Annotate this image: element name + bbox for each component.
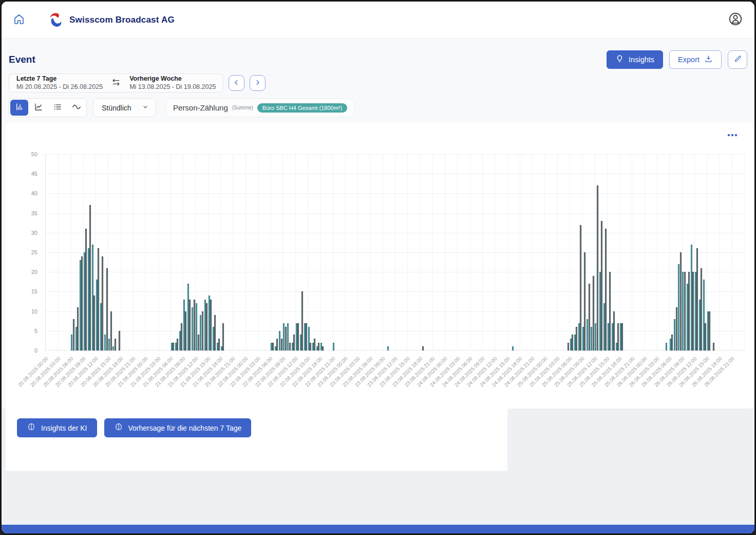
y-axis-label: 20	[31, 269, 37, 275]
bar-previous-week	[314, 339, 315, 350]
metric-box: Person-Zählung (Summe) Büro SBC H4 Gesam…	[165, 98, 355, 117]
bar-previous-week	[705, 323, 706, 350]
y-axis-label: 50	[31, 151, 37, 157]
bar-previous-week	[89, 205, 91, 350]
gridline-vertical	[233, 154, 233, 350]
gridline-vertical	[407, 154, 408, 350]
gridline-vertical	[420, 154, 421, 350]
bar-previous-week	[676, 307, 677, 350]
gridline-vertical	[595, 154, 595, 350]
sensor-badge[interactable]: Büro SBC H4 Gesamt (1800m²)	[257, 103, 347, 113]
bar-previous-week	[173, 343, 174, 350]
gridline-vertical	[570, 154, 570, 350]
swap-arrows-icon	[111, 77, 121, 89]
gridline-vertical	[383, 154, 383, 350]
y-axis-label: 5	[34, 328, 37, 334]
gridline-vertical	[619, 154, 620, 350]
compare-range-label: Vorherige Woche	[129, 75, 216, 83]
gridline-vertical	[445, 154, 445, 350]
chart-type-curve-button[interactable]	[67, 100, 85, 116]
bar-previous-week	[605, 229, 607, 350]
bar-previous-week	[589, 284, 590, 350]
bar-previous-week	[310, 343, 311, 350]
current-range-dates: Mi 20.08.2025 - Di 26.08.2025	[16, 83, 103, 91]
bar-previous-week	[576, 327, 577, 350]
gridline-vertical	[507, 154, 508, 350]
page-title: Event	[9, 54, 35, 65]
bar-previous-week	[115, 339, 116, 350]
ai-insights-button[interactable]: Insights der KI	[17, 418, 97, 437]
bar-previous-week	[597, 186, 598, 350]
app-title: Swisscom Broadcast AG	[69, 15, 175, 25]
bar-previous-week	[106, 268, 108, 350]
forecast-label: Vorhersage für die nächsten 7 Tage	[128, 424, 242, 432]
next-week-button[interactable]	[250, 75, 266, 91]
bar-previous-week	[684, 272, 686, 350]
insights-button[interactable]: Insights	[607, 50, 663, 69]
bar-previous-week	[293, 335, 295, 350]
gridline-vertical	[121, 154, 121, 350]
gridline-vertical	[295, 154, 296, 350]
interval-select[interactable]: Stündlich	[93, 98, 156, 117]
gridline-vertical	[557, 154, 558, 350]
export-button-label: Export	[678, 56, 700, 64]
chart-type-group	[9, 98, 87, 117]
bar-previous-week	[93, 296, 95, 350]
bar-previous-week	[613, 311, 615, 350]
x-axis: 20.08.2025 00:0020.08.2025 03:0020.08.20…	[45, 354, 744, 405]
y-axis-label: 15	[31, 288, 37, 294]
bar-previous-week	[102, 256, 103, 350]
user-icon	[728, 11, 743, 28]
gridline-vertical	[133, 154, 134, 350]
current-range-label: Letzte 7 Tage	[16, 75, 103, 83]
gridline-vertical	[345, 154, 346, 350]
chevron-right-icon	[254, 79, 261, 88]
swisscom-logo-icon	[49, 12, 63, 28]
gridline-vertical	[258, 154, 258, 350]
bar-current-week	[512, 346, 514, 350]
insights-button-label: Insights	[629, 56, 654, 64]
gridline-vertical	[520, 154, 520, 350]
bar-previous-week	[422, 346, 424, 350]
bar-previous-week	[289, 343, 291, 350]
bar-previous-week	[318, 343, 319, 350]
chart-menu-button[interactable]	[726, 132, 739, 138]
gridline-vertical	[495, 154, 495, 350]
gridline-vertical	[220, 154, 221, 350]
gridline-vertical	[171, 154, 171, 350]
y-axis-label: 10	[31, 308, 37, 315]
bar-previous-week	[73, 319, 74, 350]
chart-type-bar-button[interactable]	[10, 100, 28, 116]
bar-previous-week	[181, 323, 182, 350]
bar-previous-week	[601, 221, 602, 350]
profile-button[interactable]	[728, 11, 743, 28]
edit-button[interactable]	[728, 50, 747, 69]
bar-current-week	[333, 343, 334, 350]
chart-type-line-button[interactable]	[29, 100, 47, 116]
ai-insights-label: Insights der KI	[41, 424, 87, 432]
gridline-vertical	[71, 154, 71, 350]
date-range-selector[interactable]: Letzte 7 Tage Mi 20.08.2025 - Di 26.08.2…	[9, 73, 223, 93]
bar-previous-week	[189, 300, 191, 350]
export-button[interactable]: Export	[669, 50, 722, 69]
forecast-button[interactable]: Vorhersage für die nächsten 7 Tage	[104, 418, 252, 437]
gridline-vertical	[532, 154, 533, 350]
metric-aggregation: (Summe)	[232, 105, 253, 110]
gridline-vertical	[108, 154, 108, 350]
dots-icon	[728, 134, 730, 136]
gridline-vertical	[432, 154, 433, 350]
bar-previous-week	[77, 307, 79, 350]
y-axis-label: 0	[34, 347, 37, 354]
home-button[interactable]	[13, 13, 25, 27]
chart-type-list-button[interactable]	[48, 100, 66, 116]
gridline-vertical	[245, 154, 246, 350]
gridline-vertical	[370, 154, 370, 350]
gridline-vertical	[744, 154, 745, 350]
prev-week-button[interactable]	[229, 75, 244, 91]
bar-previous-week	[584, 252, 585, 350]
gridline-vertical	[470, 154, 470, 350]
gridline-vertical	[582, 154, 582, 350]
pencil-icon	[733, 54, 742, 65]
gridline-vertical	[732, 154, 732, 350]
bar-previous-week	[85, 229, 87, 350]
